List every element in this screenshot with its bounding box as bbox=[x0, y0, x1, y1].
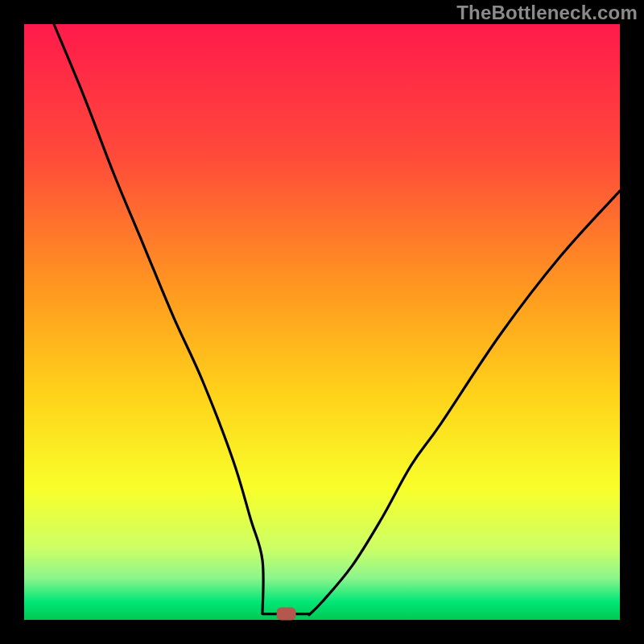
bottleneck-chart bbox=[0, 0, 644, 644]
optimum-marker bbox=[277, 608, 296, 621]
plot-background bbox=[24, 24, 620, 620]
chart-frame: { "watermark": "TheBottleneck.com", "cha… bbox=[0, 0, 644, 644]
